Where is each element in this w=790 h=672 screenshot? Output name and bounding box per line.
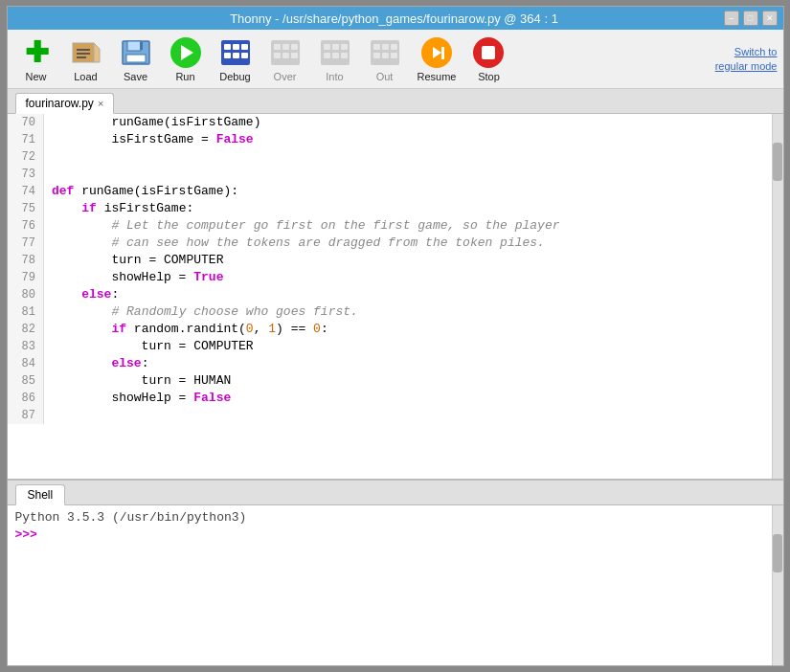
- line-code[interactable]: [44, 407, 772, 424]
- into-icon: [318, 35, 352, 70]
- line-code[interactable]: showHelp = False: [44, 390, 772, 407]
- resume-button[interactable]: Resume: [412, 34, 463, 84]
- title-bar: Thonny - /usr/share/python_games/fourina…: [8, 7, 783, 30]
- line-code[interactable]: else:: [44, 286, 772, 303]
- line-number: 78: [8, 252, 44, 269]
- svg-rect-7: [127, 41, 141, 51]
- svg-rect-4: [77, 53, 90, 55]
- table-row: 87: [8, 407, 772, 424]
- svg-rect-22: [282, 53, 289, 58]
- table-row: 84 else:: [8, 355, 772, 372]
- svg-rect-18: [274, 44, 281, 50]
- line-code[interactable]: [44, 166, 772, 183]
- svg-rect-21: [274, 53, 281, 58]
- save-icon: [119, 35, 153, 70]
- stop-button[interactable]: Stop: [465, 34, 511, 84]
- line-code[interactable]: turn = COMPUTER: [44, 252, 772, 269]
- out-button[interactable]: Out: [362, 34, 408, 84]
- line-code[interactable]: else:: [44, 355, 772, 372]
- save-button[interactable]: Save: [113, 34, 159, 84]
- line-code[interactable]: # can see how the tokens are dragged fro…: [44, 235, 772, 252]
- svg-rect-37: [391, 53, 397, 58]
- into-button[interactable]: Into: [312, 34, 358, 84]
- svg-rect-27: [341, 44, 348, 50]
- minimize-button[interactable]: –: [724, 11, 739, 26]
- file-tab[interactable]: fourinarow.py ×: [15, 93, 115, 114]
- new-label: New: [25, 71, 46, 82]
- shell-scrollbar[interactable]: [772, 505, 783, 665]
- line-number: 74: [8, 183, 44, 200]
- window-controls: – □ ✕: [724, 11, 783, 26]
- line-code[interactable]: # Let the computer go first on the first…: [44, 217, 772, 235]
- svg-rect-11: [224, 44, 231, 50]
- svg-rect-8: [126, 55, 146, 62]
- shell-section: Shell Python 3.5.3 (/usr/bin/python3) >>…: [8, 479, 783, 665]
- table-row: 76 # Let the computer go first on the fi…: [8, 217, 772, 235]
- scrollbar-thumb[interactable]: [773, 143, 782, 181]
- resume-icon: [419, 35, 454, 70]
- code-editor[interactable]: 70 runGame(isFirstGame)71 isFirstGame = …: [8, 114, 783, 479]
- line-number: 85: [8, 372, 44, 390]
- code-scrollbar[interactable]: [772, 114, 783, 479]
- shell-tab[interactable]: Shell: [15, 484, 66, 505]
- line-code[interactable]: showHelp = True: [44, 269, 772, 286]
- line-number: 72: [8, 148, 44, 166]
- stop-icon: [471, 35, 506, 70]
- table-row: 70 runGame(isFirstGame): [8, 114, 772, 131]
- out-icon: [368, 35, 402, 70]
- line-code[interactable]: isFirstGame = False: [44, 131, 772, 148]
- toolbar: ✚ New Load: [8, 30, 783, 89]
- svg-marker-2: [94, 43, 100, 62]
- debug-button[interactable]: Debug: [213, 34, 259, 84]
- shell-scrollbar-thumb[interactable]: [773, 534, 782, 572]
- tab-close-button[interactable]: ×: [98, 98, 103, 109]
- svg-text:✚: ✚: [24, 36, 48, 68]
- svg-rect-34: [391, 44, 397, 50]
- svg-rect-26: [332, 44, 339, 50]
- svg-rect-3: [77, 49, 90, 51]
- line-code[interactable]: def runGame(isFirstGame):: [44, 183, 772, 200]
- shell-output[interactable]: Python 3.5.3 (/usr/bin/python3) >>>: [8, 505, 772, 665]
- line-code[interactable]: # Randomly choose who goes first.: [44, 303, 772, 321]
- svg-rect-16: [241, 53, 248, 58]
- over-icon: [268, 35, 303, 70]
- line-code[interactable]: if random.randint(0, 1) == 0:: [44, 321, 772, 338]
- switch-mode-button[interactable]: Switch toregular mode: [715, 45, 778, 73]
- shell-content[interactable]: Python 3.5.3 (/usr/bin/python3) >>>: [8, 505, 783, 665]
- line-code[interactable]: runGame(isFirstGame): [44, 114, 772, 131]
- table-row: 72: [8, 148, 772, 166]
- load-label: Load: [74, 71, 97, 82]
- svg-rect-33: [382, 44, 389, 50]
- line-number: 80: [8, 286, 44, 303]
- window-title: Thonny - /usr/share/python_games/fourina…: [65, 11, 724, 26]
- run-button[interactable]: Run: [163, 34, 209, 84]
- new-button[interactable]: ✚ New: [13, 34, 59, 84]
- svg-rect-36: [382, 53, 389, 58]
- out-label: Out: [376, 71, 394, 82]
- svg-rect-14: [224, 53, 231, 58]
- line-number: 77: [8, 235, 44, 252]
- line-code[interactable]: if isFirstGame:: [44, 200, 772, 217]
- svg-rect-5: [77, 56, 86, 58]
- line-code[interactable]: [44, 148, 772, 166]
- code-scroll-area[interactable]: 70 runGame(isFirstGame)71 isFirstGame = …: [8, 114, 772, 479]
- line-number: 81: [8, 303, 44, 321]
- close-button[interactable]: ✕: [762, 11, 778, 26]
- load-icon: [69, 35, 103, 70]
- over-button[interactable]: Over: [262, 34, 308, 84]
- line-number: 76: [8, 217, 44, 235]
- line-number: 71: [8, 131, 44, 148]
- table-row: 75 if isFirstGame:: [8, 200, 772, 217]
- line-code[interactable]: turn = HUMAN: [44, 372, 772, 390]
- line-number: 79: [8, 269, 44, 286]
- load-button[interactable]: Load: [63, 34, 109, 84]
- debug-label: Debug: [219, 71, 250, 82]
- svg-rect-15: [233, 53, 239, 58]
- line-number: 84: [8, 355, 44, 372]
- svg-rect-35: [373, 53, 380, 58]
- svg-rect-25: [324, 44, 330, 50]
- new-icon: ✚: [19, 35, 54, 70]
- svg-rect-12: [233, 44, 239, 50]
- maximize-button[interactable]: □: [743, 11, 758, 26]
- line-code[interactable]: turn = COMPUTER: [44, 338, 772, 355]
